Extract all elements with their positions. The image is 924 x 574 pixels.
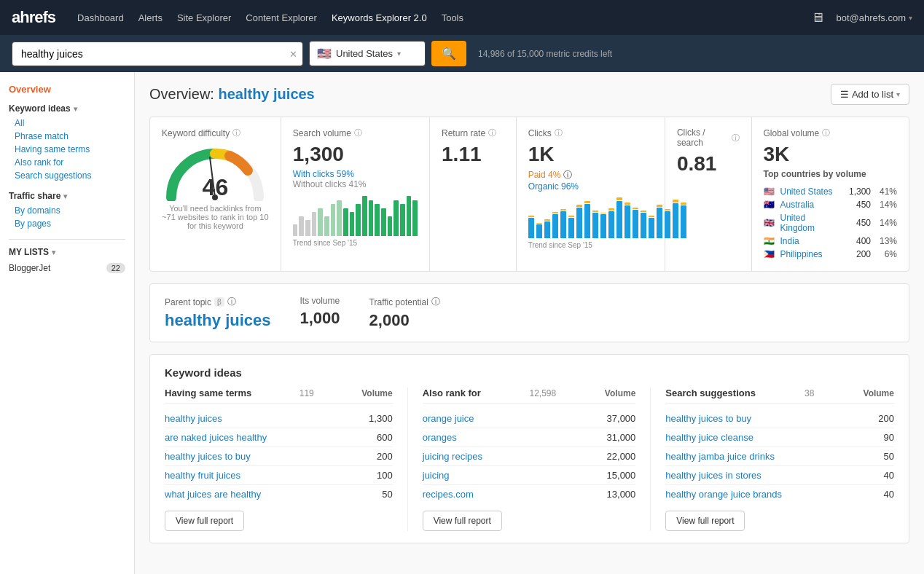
info-icon[interactable]: ⓘ [488,127,496,138]
ss-kw-2[interactable]: healthy jamba juice drinks [665,451,775,462]
nav-alerts[interactable]: Alerts [138,12,163,23]
country-row-us: 🇺🇸 United States 1,300 41% [764,185,897,198]
organic-bar-3 [552,214,558,238]
paid-bar-15 [649,216,654,217]
main-layout: Overview Keyword ideas ▾ All Phrase matc… [0,72,924,574]
arf-kw-1[interactable]: oranges [423,432,457,443]
sidebar-keyword-ideas-title[interactable]: Keyword ideas ▾ [9,103,125,114]
ss-kw-0[interactable]: healthy juices to buy [665,413,751,424]
info-icon[interactable]: ⓘ [822,127,830,138]
info-icon[interactable]: ⓘ [732,133,740,144]
clicks-bar-wrap-0 [528,216,534,238]
nav-dashboard[interactable]: Dashboard [77,12,124,23]
search-button[interactable]: 🔍 [431,41,466,66]
info-icon[interactable]: ⓘ [232,127,240,138]
ss-kw-4[interactable]: healthy orange juice brands [665,489,782,500]
with-clicks[interactable]: With clicks 59% [293,169,418,179]
hst-vol-0: 1,300 [369,413,393,424]
ss-view-report[interactable]: View full report [665,511,745,531]
hst-view-report[interactable]: View full report [165,511,244,531]
country-au[interactable]: Australia [780,200,839,210]
hst-kw-2[interactable]: healthy juices to buy [165,451,251,462]
ss-kw-1[interactable]: healthy juice cleanse [665,432,753,443]
sidebar-item-also-rank-for[interactable]: Also rank for [9,156,125,169]
ss-kw-3[interactable]: healthy juices in stores [665,470,761,481]
ss-vol-1: 90 [884,432,894,443]
my-lists-title[interactable]: MY LISTS ▾ [9,247,125,257]
clicks-bar-wrap-10 [608,208,614,238]
us-flag: 🇺🇸 [764,186,775,197]
paid-pct[interactable]: Paid 4% [528,170,561,180]
paid-bar-10 [608,208,614,211]
sidebar-traffic-share-title[interactable]: Traffic share ▾ [9,191,125,201]
sidebar-item-overview[interactable]: Overview [9,84,125,95]
arf-kw-4[interactable]: recipes.com [423,489,474,500]
sidebar-item-all[interactable]: All [9,117,125,130]
info-icon[interactable]: ⓘ [227,296,236,308]
sidebar-item-by-pages[interactable]: By pages [9,217,125,230]
organic-bar-10 [608,211,614,238]
hst-kw-3[interactable]: healthy fruit juices [165,470,240,481]
search-input[interactable] [12,42,303,66]
metric-clicks-per-search: Clicks / search ⓘ 0.81 [665,117,752,271]
arf-row-2: juicing recipes 22,000 [423,447,636,466]
nav-site-explorer[interactable]: Site Explorer [177,12,231,23]
nav-tools[interactable]: Tools [442,12,463,23]
sidebar-item-having-same-terms[interactable]: Having same terms [9,143,125,156]
hst-row-4: what juices are healthy 50 [165,485,393,503]
vol-bar-18 [407,196,412,236]
sidebar-item-search-suggestions[interactable]: Search suggestions [9,169,125,182]
info-icon[interactable]: ⓘ [563,170,572,180]
hst-kw-0[interactable]: healthy juices [165,413,222,424]
country-us[interactable]: United States [780,186,839,197]
paid-bar-5 [568,216,574,217]
arf-kw-0[interactable]: orange juice [423,413,474,424]
sidebar-item-phrase-match[interactable]: Phrase match [9,130,125,143]
nav-keywords-explorer[interactable]: Keywords Explorer 2.0 [332,12,427,23]
user-menu[interactable]: bot@ahrefs.com ▾ [836,12,912,23]
arf-view-report[interactable]: View full report [423,511,502,531]
country-selector[interactable]: 🇺🇸 United States ▾ [309,41,426,66]
organic-bar-6 [576,208,582,238]
hst-kw-1[interactable]: are naked juices healthy [165,432,267,443]
clicks-bar-wrap-11 [616,197,622,238]
info-icon[interactable]: ⓘ [555,127,563,138]
arf-title: Also rank for [423,388,481,398]
vol-bar-8 [343,208,348,237]
list-item-bloggerjet[interactable]: BloggerJet 22 [9,262,125,275]
rr-label: Return rate ⓘ [442,127,504,138]
info-icon[interactable]: ⓘ [354,127,362,138]
add-to-list-button[interactable]: ☰ Add to list ▾ [831,84,909,105]
hst-row-2: healthy juices to buy 200 [165,447,393,466]
au-flag: 🇦🇺 [764,200,775,210]
au-pct: 14% [877,200,897,210]
arf-kw-3[interactable]: juicing [423,470,450,481]
arf-row-0: orange juice 37,000 [423,409,636,428]
sidebar-traffic-share: Traffic share ▾ By domains By pages [9,191,125,230]
gb-vol: 450 [845,218,871,228]
organic-bar-12 [625,205,630,238]
arf-kw-2[interactable]: juicing recipes [423,451,482,462]
nav-content-explorer[interactable]: Content Explorer [246,12,317,23]
info-icon[interactable]: ⓘ [431,296,440,308]
clear-icon[interactable]: ✕ [289,48,297,59]
sidebar-item-by-domains[interactable]: By domains [9,204,125,217]
chevron-down-icon: ▾ [52,248,55,256]
ss-row-4: healthy orange juice brands 40 [665,485,894,503]
gb-pct: 14% [877,218,897,228]
hst-kw-4[interactable]: what juices are healthy [165,489,261,500]
ss-count: 38 [804,388,814,398]
country-ph[interactable]: Philippines [780,249,839,259]
arf-header: Also rank for 12,598 Volume [423,388,636,404]
having-same-terms-col: Having same terms 119 Volume healthy jui… [165,388,408,531]
sidebar-keyword-ideas: Keyword ideas ▾ All Phrase match Having … [9,103,125,182]
parent-topic-value[interactable]: healthy juices [165,311,271,330]
organic-pct[interactable]: Organic 96% [528,181,579,192]
hst-row-0: healthy juices 1,300 [165,409,393,428]
country-in[interactable]: India [780,236,839,246]
country-row-au: 🇦🇺 Australia 450 14% [764,198,897,211]
country-gb[interactable]: United Kingdom [780,213,839,233]
chevron-down-icon: ▾ [896,90,900,98]
clicks-bar-wrap-16 [657,205,662,238]
vol-bar-5 [324,216,329,237]
